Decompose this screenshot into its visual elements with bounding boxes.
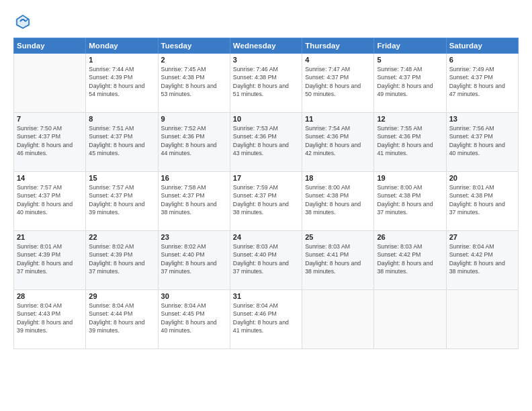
cell-info: Sunrise: 7:54 AM Sunset: 4:36 PM Dayligh… bbox=[305, 124, 371, 157]
sunrise-text: Sunrise: 8:03 AM bbox=[377, 242, 443, 250]
calendar-header-row: SundayMondayTuesdayWednesdayThursdayFrid… bbox=[14, 38, 519, 54]
cell-info: Sunrise: 8:01 AM Sunset: 4:39 PM Dayligh… bbox=[17, 242, 83, 275]
sunset-text: Sunset: 4:37 PM bbox=[17, 191, 83, 199]
daylight-text: Daylight: 8 hours and53 minutes. bbox=[161, 82, 227, 99]
day-number: 4 bbox=[305, 56, 371, 64]
day-number: 19 bbox=[377, 174, 443, 182]
calendar-cell: 22 Sunrise: 8:02 AM Sunset: 4:39 PM Dayl… bbox=[86, 231, 158, 290]
sunset-text: Sunset: 4:38 PM bbox=[377, 191, 443, 199]
day-number: 27 bbox=[449, 233, 515, 241]
sunset-text: Sunset: 4:42 PM bbox=[449, 250, 515, 259]
sunrise-text: Sunrise: 8:03 AM bbox=[305, 242, 371, 250]
cell-info: Sunrise: 7:55 AM Sunset: 4:36 PM Dayligh… bbox=[377, 124, 443, 157]
sunset-text: Sunset: 4:36 PM bbox=[233, 132, 299, 140]
calendar-cell: 7 Sunrise: 7:50 AM Sunset: 4:37 PM Dayli… bbox=[14, 113, 86, 172]
sunrise-text: Sunrise: 8:04 AM bbox=[233, 302, 299, 310]
daylight-text: Daylight: 8 hours and49 minutes. bbox=[377, 82, 443, 99]
daylight-text: Daylight: 8 hours and38 minutes. bbox=[449, 259, 515, 276]
sunset-text: Sunset: 4:37 PM bbox=[449, 132, 515, 140]
sunrise-text: Sunrise: 8:01 AM bbox=[17, 242, 83, 250]
calendar-cell: 18 Sunrise: 8:00 AM Sunset: 4:38 PM Dayl… bbox=[302, 172, 374, 231]
daylight-text: Daylight: 8 hours and43 minutes. bbox=[233, 141, 299, 158]
sunset-text: Sunset: 4:37 PM bbox=[89, 132, 154, 140]
calendar-cell: 19 Sunrise: 8:00 AM Sunset: 4:38 PM Dayl… bbox=[374, 172, 446, 231]
header bbox=[13, 12, 519, 31]
calendar-cell: 25 Sunrise: 8:03 AM Sunset: 4:41 PM Dayl… bbox=[302, 231, 374, 290]
calendar-cell bbox=[302, 290, 374, 349]
calendar-cell: 31 Sunrise: 8:04 AM Sunset: 4:46 PM Dayl… bbox=[230, 290, 302, 349]
day-number: 3 bbox=[233, 56, 299, 64]
sunrise-text: Sunrise: 8:00 AM bbox=[377, 183, 443, 191]
sunset-text: Sunset: 4:39 PM bbox=[89, 250, 154, 259]
sunset-text: Sunset: 4:36 PM bbox=[377, 132, 443, 140]
daylight-text: Daylight: 8 hours and40 minutes. bbox=[17, 200, 83, 217]
daylight-text: Daylight: 8 hours and37 minutes. bbox=[89, 259, 154, 276]
day-number: 20 bbox=[449, 174, 515, 182]
day-number: 28 bbox=[17, 292, 83, 300]
sunset-text: Sunset: 4:37 PM bbox=[161, 191, 227, 199]
sunrise-text: Sunrise: 8:01 AM bbox=[449, 183, 515, 191]
day-number: 8 bbox=[89, 115, 154, 123]
cell-info: Sunrise: 7:53 AM Sunset: 4:36 PM Dayligh… bbox=[233, 124, 299, 157]
calendar-cell: 27 Sunrise: 8:04 AM Sunset: 4:42 PM Dayl… bbox=[446, 231, 518, 290]
sunset-text: Sunset: 4:46 PM bbox=[233, 310, 299, 318]
cell-info: Sunrise: 7:57 AM Sunset: 4:37 PM Dayligh… bbox=[17, 183, 83, 216]
sunset-text: Sunset: 4:38 PM bbox=[233, 73, 299, 81]
sunset-text: Sunset: 4:37 PM bbox=[449, 73, 515, 81]
cell-info: Sunrise: 8:04 AM Sunset: 4:46 PM Dayligh… bbox=[233, 302, 299, 334]
sunset-text: Sunset: 4:38 PM bbox=[305, 191, 371, 199]
sunrise-text: Sunrise: 8:04 AM bbox=[89, 302, 154, 310]
calendar-cell bbox=[374, 290, 446, 349]
calendar-cell: 29 Sunrise: 8:04 AM Sunset: 4:44 PM Dayl… bbox=[86, 290, 158, 349]
sunrise-text: Sunrise: 7:45 AM bbox=[161, 65, 227, 73]
calendar-cell: 13 Sunrise: 7:56 AM Sunset: 4:37 PM Dayl… bbox=[446, 113, 518, 172]
cell-info: Sunrise: 8:02 AM Sunset: 4:40 PM Dayligh… bbox=[161, 242, 227, 275]
sunset-text: Sunset: 4:36 PM bbox=[161, 132, 227, 140]
calendar-week-row: 7 Sunrise: 7:50 AM Sunset: 4:37 PM Dayli… bbox=[14, 113, 519, 172]
sunset-text: Sunset: 4:37 PM bbox=[233, 191, 299, 199]
day-number: 15 bbox=[89, 174, 154, 182]
weekday-header-thursday: Thursday bbox=[302, 38, 374, 54]
day-number: 10 bbox=[233, 115, 299, 123]
sunrise-text: Sunrise: 7:52 AM bbox=[161, 124, 227, 132]
day-number: 25 bbox=[305, 233, 371, 241]
daylight-text: Daylight: 8 hours and37 minutes. bbox=[449, 200, 515, 217]
weekday-header-monday: Monday bbox=[86, 38, 158, 54]
cell-info: Sunrise: 7:50 AM Sunset: 4:37 PM Dayligh… bbox=[17, 124, 83, 157]
sunrise-text: Sunrise: 7:57 AM bbox=[17, 183, 83, 191]
daylight-text: Daylight: 8 hours and44 minutes. bbox=[161, 141, 227, 158]
cell-info: Sunrise: 8:03 AM Sunset: 4:41 PM Dayligh… bbox=[305, 242, 371, 275]
calendar-cell: 12 Sunrise: 7:55 AM Sunset: 4:36 PM Dayl… bbox=[374, 113, 446, 172]
sunset-text: Sunset: 4:37 PM bbox=[89, 191, 154, 199]
calendar-cell bbox=[446, 290, 518, 349]
day-number: 17 bbox=[233, 174, 299, 182]
daylight-text: Daylight: 8 hours and38 minutes. bbox=[161, 200, 227, 217]
daylight-text: Daylight: 8 hours and39 minutes. bbox=[17, 318, 83, 335]
page: SundayMondayTuesdayWednesdayThursdayFrid… bbox=[0, 0, 532, 411]
daylight-text: Daylight: 8 hours and42 minutes. bbox=[305, 141, 371, 158]
cell-info: Sunrise: 7:52 AM Sunset: 4:36 PM Dayligh… bbox=[161, 124, 227, 157]
svg-marker-0 bbox=[15, 14, 30, 30]
sunrise-text: Sunrise: 7:49 AM bbox=[449, 65, 515, 73]
calendar-cell: 9 Sunrise: 7:52 AM Sunset: 4:36 PM Dayli… bbox=[158, 113, 230, 172]
sunset-text: Sunset: 4:37 PM bbox=[17, 132, 83, 140]
sunrise-text: Sunrise: 8:02 AM bbox=[89, 242, 154, 250]
daylight-text: Daylight: 8 hours and37 minutes. bbox=[17, 259, 83, 276]
calendar-week-row: 1 Sunrise: 7:44 AM Sunset: 4:39 PM Dayli… bbox=[14, 54, 519, 113]
calendar-cell: 30 Sunrise: 8:04 AM Sunset: 4:45 PM Dayl… bbox=[158, 290, 230, 349]
sunrise-text: Sunrise: 7:48 AM bbox=[377, 65, 443, 73]
day-number: 5 bbox=[377, 56, 443, 64]
calendar-cell: 6 Sunrise: 7:49 AM Sunset: 4:37 PM Dayli… bbox=[446, 54, 518, 113]
weekday-header-friday: Friday bbox=[374, 38, 446, 54]
cell-info: Sunrise: 7:47 AM Sunset: 4:37 PM Dayligh… bbox=[305, 65, 371, 98]
cell-info: Sunrise: 7:56 AM Sunset: 4:37 PM Dayligh… bbox=[449, 124, 515, 157]
calendar-cell: 2 Sunrise: 7:45 AM Sunset: 4:38 PM Dayli… bbox=[158, 54, 230, 113]
daylight-text: Daylight: 8 hours and39 minutes. bbox=[89, 200, 154, 217]
day-number: 6 bbox=[449, 56, 515, 64]
daylight-text: Daylight: 8 hours and50 minutes. bbox=[305, 82, 371, 99]
daylight-text: Daylight: 8 hours and39 minutes. bbox=[89, 318, 154, 335]
calendar-cell: 11 Sunrise: 7:54 AM Sunset: 4:36 PM Dayl… bbox=[302, 113, 374, 172]
logo-icon bbox=[13, 12, 32, 31]
day-number: 22 bbox=[89, 233, 154, 241]
sunrise-text: Sunrise: 7:58 AM bbox=[161, 183, 227, 191]
